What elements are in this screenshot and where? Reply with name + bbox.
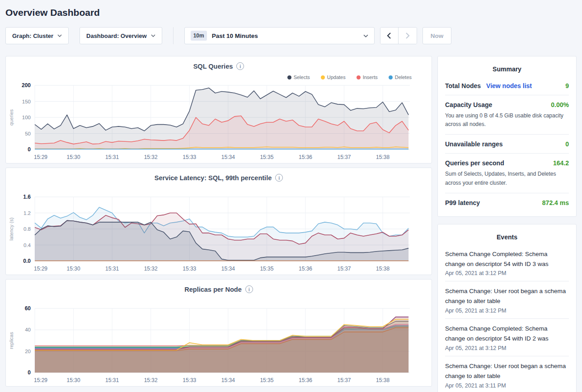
svg-text:15:32: 15:32	[144, 266, 158, 272]
svg-text:15:37: 15:37	[338, 377, 351, 383]
time-back-button[interactable]	[380, 28, 399, 44]
svg-text:0.8: 0.8	[23, 226, 31, 232]
svg-text:15:31: 15:31	[105, 154, 119, 160]
svg-text:15:30: 15:30	[67, 266, 80, 272]
content: SQL Queries i SelectsUpdatesInsertsDelet…	[5, 56, 577, 392]
svg-text:15:30: 15:30	[67, 154, 80, 160]
sql-queries-chart[interactable]: 05010015020015:2915:3015:3115:3215:3315:…	[6, 82, 432, 163]
info-icon[interactable]: i	[275, 174, 283, 182]
toolbar-divider	[173, 27, 174, 44]
svg-text:latency (s): latency (s)	[9, 218, 14, 241]
svg-text:replicas: replicas	[9, 332, 14, 349]
svg-text:15:29: 15:29	[34, 154, 47, 160]
legend-item-selects[interactable]: Selects	[287, 75, 310, 80]
unavailable-value: 0	[565, 140, 569, 148]
summary-row-p99: P99 latency 872.4 ms	[445, 193, 569, 212]
chart-head: Service Latency: SQL, 99th percentile i	[6, 174, 432, 193]
svg-text:200: 200	[22, 82, 31, 89]
qps-desc: Sum of Selects, Updates, Inserts, and De…	[445, 170, 569, 187]
legend-dot	[321, 75, 325, 79]
dashboard-dropdown[interactable]: Dashboard: Overview	[80, 27, 162, 44]
svg-text:15:32: 15:32	[144, 377, 158, 383]
events-title: Events	[445, 233, 569, 241]
info-icon[interactable]: i	[236, 62, 244, 70]
svg-text:15:36: 15:36	[299, 377, 312, 383]
svg-text:15:33: 15:33	[183, 154, 196, 160]
summary-row-unavailable: Unavailable ranges 0	[445, 135, 569, 154]
replicas-per-node-chart[interactable]: 020406015:2915:3015:3115:3215:3315:3415:…	[6, 305, 432, 386]
sidebar: Summary Total Nodes View nodes list 9 Ca…	[437, 56, 577, 392]
time-range-picker[interactable]: 10m Past 10 Minutes	[184, 27, 375, 44]
replicas-per-node-chart-card: Replicas per Node i 020406015:2915:3015:…	[5, 279, 432, 387]
summary-row-capacity: Capacity Usage 0.00% You are using 0 B o…	[445, 95, 569, 135]
svg-text:15:29: 15:29	[34, 377, 47, 383]
summary-card: Summary Total Nodes View nodes list 9 Ca…	[437, 56, 577, 217]
sql-queries-chart-card: SQL Queries i SelectsUpdatesInsertsDelet…	[5, 56, 432, 163]
chevron-right-icon	[405, 33, 410, 39]
svg-text:15:35: 15:35	[260, 266, 273, 272]
graph-dropdown[interactable]: Graph: Cluster	[5, 27, 69, 44]
event-text: Schema Change Completed: Schema change o…	[445, 324, 569, 344]
svg-text:queries: queries	[9, 109, 14, 126]
svg-text:0: 0	[28, 369, 31, 376]
toolbar: Graph: Cluster Dashboard: Overview 10m P…	[5, 27, 577, 44]
svg-text:15:32: 15:32	[144, 154, 158, 160]
svg-text:15:34: 15:34	[221, 377, 235, 383]
chart-legend: SelectsUpdatesInsertsDeletes	[287, 75, 412, 80]
svg-text:0.0: 0.0	[23, 258, 31, 264]
legend-dot	[287, 75, 291, 79]
event-time: Apr 05, 2021 at 3:12 PM	[445, 345, 569, 351]
svg-text:15:38: 15:38	[376, 154, 390, 160]
total-nodes-value: 9	[565, 82, 569, 89]
summary-title: Summary	[445, 65, 569, 73]
legend-item-deletes[interactable]: Deletes	[389, 75, 412, 80]
time-forward-button[interactable]	[399, 28, 417, 44]
chart-title: Replicas per Node	[184, 286, 242, 293]
time-range-label: Past 10 Minutes	[212, 33, 358, 39]
time-nav-group	[380, 27, 417, 44]
event-text: Schema Change Completed: Schema change o…	[445, 249, 569, 269]
svg-text:60: 60	[25, 305, 31, 312]
event-item: Schema Change: User root began a schema …	[445, 281, 569, 319]
event-item: Schema Change Completed: Schema change o…	[445, 319, 569, 356]
charts-column: SQL Queries i SelectsUpdatesInsertsDelet…	[5, 56, 432, 387]
legend-item-inserts[interactable]: Inserts	[357, 75, 378, 80]
svg-text:15:38: 15:38	[376, 266, 390, 272]
svg-text:15:36: 15:36	[299, 266, 312, 272]
service-latency-chart[interactable]: 0.00.40.81.21.615:2915:3015:3115:3215:33…	[6, 193, 432, 275]
svg-text:1.6: 1.6	[23, 194, 31, 200]
legend-dot	[389, 75, 393, 79]
info-icon[interactable]: i	[245, 285, 253, 293]
capacity-label: Capacity Usage	[445, 101, 492, 108]
qps-label: Queries per second	[445, 159, 504, 167]
service-latency-chart-card: Service Latency: SQL, 99th percentile i …	[5, 168, 432, 275]
chevron-left-icon	[387, 33, 391, 39]
dashboard-dropdown-label: Dashboard: Overview	[86, 33, 147, 39]
p99-value: 872.4 ms	[542, 199, 569, 206]
svg-text:100: 100	[22, 115, 31, 120]
events-card: Events Schema Change Completed: Schema c…	[437, 224, 577, 392]
chevron-down-icon	[363, 34, 368, 37]
svg-text:0.4: 0.4	[23, 243, 31, 248]
svg-text:15:33: 15:33	[183, 266, 196, 272]
total-nodes-label: Total Nodes	[445, 82, 481, 89]
svg-text:15:29: 15:29	[34, 266, 47, 272]
svg-text:1.2: 1.2	[23, 210, 31, 216]
unavailable-label: Unavailable ranges	[445, 140, 503, 148]
svg-text:15:37: 15:37	[338, 154, 351, 160]
legend-dot	[357, 75, 361, 79]
svg-text:15:34: 15:34	[221, 266, 235, 272]
overview-dashboard-page: Overview Dashboard Graph: Cluster Dashbo…	[0, 7, 582, 392]
view-nodes-list-link[interactable]: View nodes list	[486, 82, 532, 89]
svg-text:15:33: 15:33	[183, 377, 196, 383]
svg-text:15:38: 15:38	[376, 377, 390, 383]
legend-item-updates[interactable]: Updates	[321, 75, 346, 80]
svg-text:15:30: 15:30	[67, 377, 80, 383]
event-time: Apr 05, 2021 at 3:12 PM	[445, 308, 569, 314]
event-item: Schema Change Completed: Schema change o…	[445, 244, 569, 282]
svg-text:0: 0	[28, 146, 31, 153]
summary-row-qps: Queries per second 164.2 Sum of Selects,…	[445, 154, 569, 193]
now-button[interactable]: Now	[422, 27, 452, 44]
event-time: Apr 05, 2021 at 3:11 PM	[445, 383, 569, 389]
qps-value: 164.2	[553, 159, 569, 167]
